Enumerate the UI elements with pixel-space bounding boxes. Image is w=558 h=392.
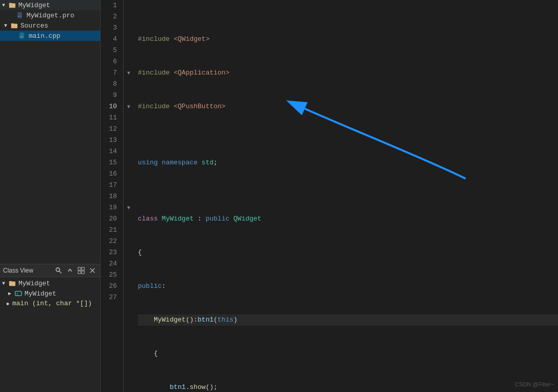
ln-7: 7 [105, 67, 117, 79]
gutter-4 [124, 34, 134, 45]
project-root[interactable]: ▼ MyWidget [0, 0, 100, 10]
code-line-10: MyWidget():btn1(this) [138, 314, 558, 326]
main-cpp-file[interactable]: cpp main.cpp [0, 31, 100, 41]
svg-rect-11 [82, 267, 84, 270]
gutter-2 [124, 11, 134, 22]
ln-1: 1 [105, 0, 117, 11]
ln-17: 17 [105, 180, 117, 191]
gutter-25 [124, 270, 134, 281]
classview-grid-icon[interactable] [77, 266, 86, 275]
gutter-22 [124, 236, 134, 247]
sidebar: ▼ MyWidget pro MyWidget.pro ▼ Sources [0, 0, 101, 392]
code-line-12: btn1.show(); [138, 382, 558, 392]
svg-rect-17 [9, 281, 12, 283]
classview-title: Class View [3, 267, 52, 274]
sources-label: Sources [20, 22, 48, 30]
classview-up-icon[interactable] [65, 266, 75, 275]
svg-rect-13 [82, 271, 84, 274]
classview-panel: Class View ▼ MyWidget [0, 264, 100, 392]
watermark: CSDN @Filter~ [515, 379, 554, 390]
gutter-18 [124, 191, 134, 202]
ln-16: 16 [105, 168, 117, 180]
gutter-14 [124, 146, 134, 157]
gutter-13 [124, 135, 134, 146]
ln-19: 19 [105, 202, 117, 213]
classview-root-icon [8, 279, 16, 287]
editor-area: 1 2 3 4 5 6 7 8 9 10 11 12 13 14 15 16 1… [101, 0, 558, 392]
gutter-16 [124, 168, 134, 180]
classview-search-icon[interactable] [54, 266, 63, 275]
sources-folder-icon [10, 21, 18, 30]
gutter-10[interactable]: ▼ [124, 101, 134, 112]
blue-arrow-annotation [277, 100, 491, 191]
gutter-7[interactable]: ▼ [124, 67, 134, 79]
project-name: MyWidget [18, 2, 50, 9]
gutter-9 [124, 90, 134, 101]
ln-11: 11 [105, 112, 117, 124]
fn-arrow: ◆ [6, 301, 12, 307]
code-line-1: #include <QWidget> [138, 34, 558, 45]
pro-file[interactable]: pro MyWidget.pro [0, 10, 100, 20]
ln-25: 25 [105, 270, 117, 281]
line-numbers: 1 2 3 4 5 6 7 8 9 10 11 12 13 14 15 16 1… [101, 0, 124, 392]
gutter-20 [124, 213, 134, 225]
ln-9: 9 [105, 90, 117, 101]
ln-27: 27 [105, 292, 117, 303]
ln-23: 23 [105, 247, 117, 258]
code-line-5: using namespace std; [138, 157, 558, 168]
svg-rect-5 [11, 23, 14, 25]
class-icon: C [14, 289, 22, 298]
pro-file-label: MyWidget.pro [27, 12, 75, 19]
code-editor[interactable]: #include <QWidget> #include <QApplicatio… [134, 0, 558, 392]
code-container[interactable]: 1 2 3 4 5 6 7 8 9 10 11 12 13 14 15 16 1… [101, 0, 558, 392]
svg-rect-1 [9, 3, 12, 5]
gutter-27 [124, 292, 134, 303]
svg-line-9 [59, 271, 61, 273]
classview-fn-label: main (int, char *[]) [12, 300, 92, 307]
code-line-3: #include <QPushButton> [138, 101, 558, 112]
classview-root-label: MyWidget [18, 280, 50, 287]
svg-text:cpp: cpp [19, 35, 23, 38]
gutter-5 [124, 45, 134, 56]
main-cpp-label: main.cpp [29, 32, 60, 40]
project-arrow: ▼ [2, 3, 8, 8]
pro-file-icon: pro [16, 11, 25, 19]
gutter-24 [124, 258, 134, 270]
gutter-17 [124, 180, 134, 191]
classview-close-icon[interactable] [88, 266, 97, 275]
ln-20: 20 [105, 213, 117, 225]
svg-rect-12 [78, 271, 81, 274]
gutter-1 [124, 0, 134, 11]
ln-21: 21 [105, 225, 117, 236]
ln-14: 14 [105, 146, 117, 157]
ln-5: 5 [105, 45, 117, 56]
ln-8: 8 [105, 79, 117, 90]
gutter-26 [124, 281, 134, 292]
classview-mywidget-class[interactable]: ▶ C MyWidget [0, 288, 100, 299]
ln-18: 18 [105, 191, 117, 202]
classview-main-fn[interactable]: ◆ main (int, char *[]) [0, 299, 100, 308]
ln-2: 2 [105, 11, 117, 22]
classview-class-label: MyWidget [25, 290, 56, 298]
class-arrow: ▶ [8, 290, 14, 297]
gutter-15 [124, 157, 134, 168]
gutter-19[interactable]: ▼ [124, 202, 134, 213]
svg-text:pro: pro [18, 15, 22, 17]
sources-folder[interactable]: ▼ Sources [0, 20, 100, 31]
sources-arrow: ▼ [4, 23, 10, 29]
fold-gutter: ▼ ▼ ▼ [124, 0, 134, 392]
code-line-2: #include <QApplication> [138, 67, 558, 79]
gutter-8 [124, 79, 134, 90]
classview-root[interactable]: ▼ MyWidget [0, 278, 100, 288]
gutter-21 [124, 225, 134, 236]
classview-root-arrow: ▼ [2, 281, 8, 286]
code-line-8: { [138, 247, 558, 258]
svg-rect-10 [78, 267, 81, 270]
ln-12: 12 [105, 124, 117, 135]
ln-6: 6 [105, 56, 117, 67]
ln-10: 10 [105, 101, 117, 112]
gutter-23 [124, 247, 134, 258]
cpp-file-icon: cpp [18, 32, 27, 40]
classview-header: Class View [0, 264, 100, 277]
classview-tree: ▼ MyWidget ▶ C MyWidget ◆ [0, 277, 100, 392]
